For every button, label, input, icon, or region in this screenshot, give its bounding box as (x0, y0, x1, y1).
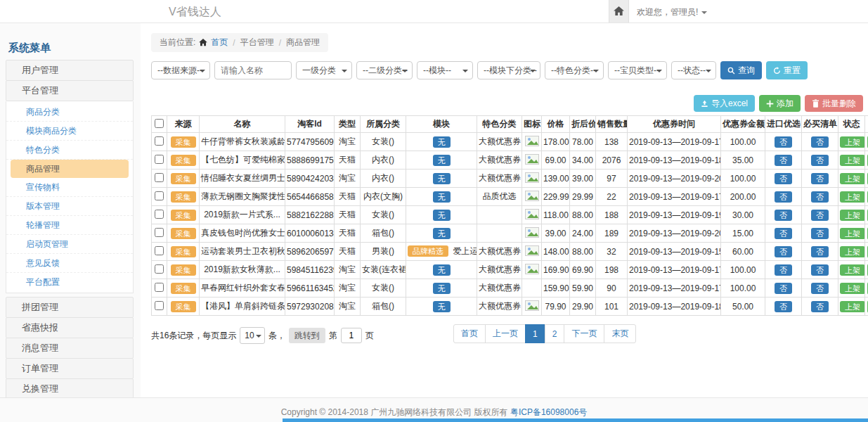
item-type-select[interactable]: --宝贝类型-- (608, 61, 667, 79)
add-button[interactable]: 添加 (759, 95, 801, 112)
status-toggle[interactable]: 上架 (840, 191, 865, 203)
name-search-input[interactable] (214, 61, 292, 79)
row-checkbox[interactable] (155, 228, 164, 237)
imported-toggle[interactable]: 否 (775, 136, 792, 148)
page-2-button[interactable]: 2 (545, 324, 565, 343)
table-row: 采集 情侣睡衣女夏丝绸男士... 589042420344 淘宝 内衣() 无 … (152, 170, 868, 188)
imported-toggle[interactable]: 否 (775, 264, 792, 276)
sidebar-item[interactable]: 兑换管理 (6, 378, 134, 397)
page-size-select[interactable]: 10 (240, 327, 264, 344)
status-toggle[interactable]: 上架 (840, 283, 865, 294)
imported-toggle[interactable]: 否 (775, 228, 792, 239)
imported-toggle[interactable]: 否 (775, 173, 792, 184)
must-buy-toggle[interactable]: 否 (811, 155, 829, 166)
prev-page-button[interactable]: 上一页 (485, 324, 526, 343)
select-all-checkbox[interactable] (155, 119, 164, 128)
table-row: 采集 运动套装男士卫衣初秋... 589620659791 天猫 男装() 品牌… (152, 243, 868, 261)
imported-toggle[interactable]: 否 (775, 283, 792, 294)
row-checkbox[interactable] (155, 246, 164, 255)
sidebar-item[interactable]: 拼团管理 (6, 297, 134, 318)
sidebar-item-platform-management[interactable]: 平台管理 (6, 80, 134, 101)
cell-type: 淘宝 (335, 261, 361, 279)
imported-toggle[interactable]: 否 (775, 191, 792, 203)
module-sub-select[interactable]: --模块下分类-- (477, 61, 540, 79)
product-thumbnail (525, 154, 539, 165)
sidebar-subitem[interactable]: 轮播管理 (6, 216, 133, 235)
imported-toggle[interactable]: 否 (775, 210, 792, 221)
row-checkbox[interactable] (155, 210, 164, 219)
must-buy-toggle[interactable]: 否 (811, 228, 829, 239)
batch-delete-button[interactable]: 批量删除 (805, 95, 863, 112)
sidebar-subitem[interactable]: 平台配置 (6, 273, 133, 291)
cell-price: 159.90 (542, 279, 570, 298)
user-menu[interactable]: 欢迎您，管理员! (637, 6, 707, 18)
sidebar-subitem[interactable]: 版本管理 (6, 197, 133, 216)
status-toggle[interactable]: 上架 (840, 301, 865, 312)
sidebar-subitem[interactable]: 宣传物料 (6, 178, 133, 197)
page-1-button[interactable]: 1 (525, 324, 545, 343)
status-toggle[interactable]: 上架 (840, 210, 865, 221)
next-page-button[interactable]: 下一页 (564, 324, 604, 343)
row-checkbox[interactable] (155, 264, 164, 274)
icp-link[interactable]: 粤ICP备16098006号 (510, 407, 587, 417)
status-toggle[interactable]: 上架 (840, 136, 865, 148)
row-checkbox[interactable] (155, 191, 164, 200)
sidebar-subitem[interactable]: 启动页管理 (6, 235, 133, 254)
sidebar-subitem[interactable]: 意见反馈 (6, 254, 133, 273)
status-toggle[interactable]: 上架 (840, 264, 865, 276)
row-checkbox[interactable] (155, 301, 164, 310)
reset-button[interactable]: 重置 (766, 61, 808, 79)
must-buy-toggle[interactable]: 否 (811, 264, 829, 276)
cell-discount: 24.00 (570, 224, 596, 243)
imported-toggle[interactable]: 否 (775, 246, 792, 257)
module-select[interactable]: --模块-- (417, 61, 473, 79)
col-coupon-amount: 优惠券金额 (721, 116, 765, 133)
level1-category-select[interactable]: 一级分类 (296, 61, 352, 79)
search-button[interactable]: 查询 (720, 61, 762, 79)
jump-button[interactable]: 跳转到 (289, 328, 325, 343)
sidebar-item-user-management[interactable]: 用户管理 (6, 60, 134, 81)
imported-toggle[interactable]: 否 (775, 155, 792, 166)
sidebar-subitem[interactable]: 特色分类 (6, 141, 133, 160)
breadcrumb-current: 商品管理 (286, 37, 320, 49)
must-buy-toggle[interactable]: 否 (811, 283, 829, 294)
status-toggle[interactable]: 上架 (840, 246, 865, 257)
last-page-button[interactable]: 末页 (604, 324, 636, 343)
status-toggle[interactable]: 上架 (840, 173, 865, 184)
level2-category-select[interactable]: --二级分类-- (356, 61, 413, 79)
must-buy-toggle[interactable]: 否 (811, 246, 829, 257)
sidebar-subitem[interactable]: 模块商品分类 (6, 122, 133, 141)
imported-toggle[interactable]: 否 (775, 301, 792, 312)
must-buy-toggle[interactable]: 否 (811, 210, 829, 221)
jump-page-input[interactable] (341, 328, 362, 343)
sidebar-subitem[interactable]: 商品管理 (11, 160, 129, 178)
row-checkbox[interactable] (155, 173, 164, 182)
row-checkbox[interactable] (155, 155, 164, 164)
cell-discount: 34.00 (570, 151, 596, 170)
must-buy-toggle[interactable]: 否 (811, 301, 829, 312)
sidebar-item[interactable]: 订单管理 (6, 358, 134, 379)
data-source-select[interactable]: --数据来源-- (151, 61, 210, 79)
feature-category-select[interactable]: --特色分类-- (545, 61, 604, 79)
status-toggle[interactable]: 上架 (840, 228, 865, 239)
row-checkbox[interactable] (155, 136, 164, 146)
col-type: 类型 (335, 116, 361, 133)
sidebar-item[interactable]: 消息管理 (6, 338, 134, 359)
must-buy-toggle[interactable]: 否 (811, 136, 829, 148)
status-toggle[interactable]: 上架 (840, 155, 865, 166)
status-select[interactable]: --状态-- (671, 61, 716, 79)
first-page-button[interactable]: 首页 (453, 324, 486, 343)
breadcrumb-platform[interactable]: 平台管理 (240, 37, 274, 49)
sidebar-subitem[interactable]: 商品分类 (6, 103, 133, 122)
sidebar-item[interactable]: 省惠快报 (6, 317, 134, 338)
home-button[interactable] (609, 0, 629, 23)
must-buy-toggle[interactable]: 否 (811, 173, 829, 184)
bottom-scrollbar[interactable] (283, 418, 868, 422)
breadcrumb: 当前位置: 首页 / 平台管理 / 商品管理 (151, 33, 328, 52)
row-checkbox[interactable] (155, 283, 164, 292)
table-row: 采集 2019新款一片式系... 588216228899 天猫 女装() 无 … (152, 206, 868, 224)
import-excel-button[interactable]: 导入excel (694, 95, 755, 112)
cell-feature: 大额优惠券 (477, 151, 522, 170)
must-buy-toggle[interactable]: 否 (811, 191, 829, 203)
breadcrumb-home-link[interactable]: 首页 (211, 37, 228, 49)
